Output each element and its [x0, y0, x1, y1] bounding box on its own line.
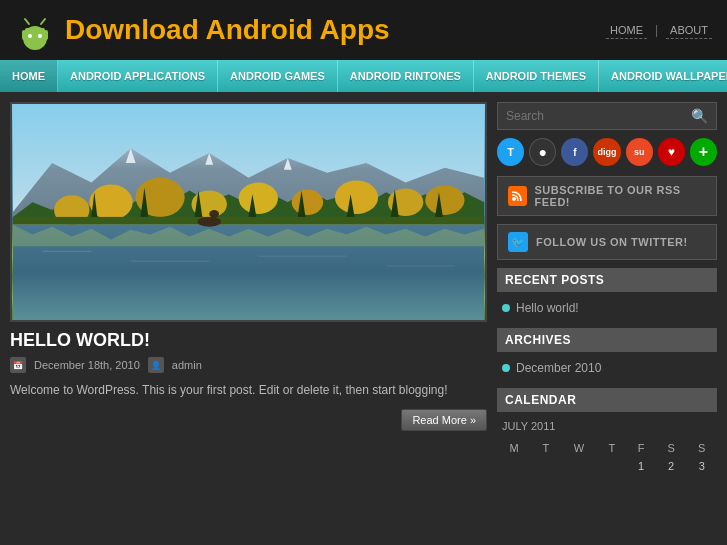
twitter-follow-bar[interactable]: 🐦 FOLLOW US ON TWITTER!: [497, 224, 717, 260]
svg-point-24: [425, 185, 464, 214]
twitter-follow-text: FOLLOW US ON TWITTER!: [536, 236, 688, 248]
bullet-icon: [502, 364, 510, 372]
post-author: admin: [172, 359, 202, 371]
stumbleupon-social-icon[interactable]: su: [626, 138, 653, 166]
svg-line-4: [25, 19, 29, 24]
cal-day-header-f: F: [627, 439, 656, 457]
rss-subscribe-bar[interactable]: SUBSCRIBE TO OUR RSS FEED!: [497, 176, 717, 216]
rss-subscribe-text: SUBSCRIBE TO OUR RSS FEED!: [535, 184, 706, 208]
post-excerpt: Welcome to WordPress. This is your first…: [10, 381, 487, 399]
content-wrapper: HELLO WORLD! 📅 December 18th, 2010 👤 adm…: [0, 92, 727, 495]
svg-rect-6: [22, 30, 26, 40]
recent-posts-section: RECENT POSTS Hello world!: [497, 268, 717, 318]
read-more-button[interactable]: Read More »: [401, 409, 487, 431]
svg-line-5: [41, 19, 45, 24]
calendar-month: JULY 2011: [497, 418, 717, 434]
svg-rect-37: [207, 217, 211, 225]
cal-cell: 1: [627, 457, 656, 475]
svg-point-3: [38, 34, 42, 38]
nav-android-wallpaper[interactable]: ANDROID WALLPAPER: [599, 60, 727, 92]
cal-cell: [497, 457, 531, 475]
nav-android-games[interactable]: ANDROID GAMES: [218, 60, 338, 92]
svg-rect-9: [38, 40, 42, 47]
svg-point-22: [335, 181, 378, 214]
search-icon[interactable]: 🔍: [691, 108, 708, 124]
post-meta: 📅 December 18th, 2010 👤 admin: [10, 357, 487, 373]
main-nav: HOME ANDROID APPLICATIONS ANDROID GAMES …: [0, 60, 727, 92]
post-date: December 18th, 2010: [34, 359, 140, 371]
cal-day-header-t1: T: [531, 439, 560, 457]
dark-social-icon[interactable]: ●: [529, 138, 556, 166]
post-title: HELLO WORLD!: [10, 330, 487, 351]
cal-cell: 3: [686, 457, 717, 475]
svg-point-2: [28, 34, 32, 38]
recent-post-link[interactable]: Hello world!: [516, 301, 579, 315]
site-header: Download Android Apps HOME | ABOUT: [0, 0, 727, 60]
list-item: Hello world!: [497, 298, 717, 318]
svg-rect-1: [25, 28, 45, 43]
svg-point-43: [512, 197, 516, 201]
svg-point-20: [239, 183, 278, 214]
hero-image: [10, 102, 487, 322]
header-nav: HOME | ABOUT: [606, 22, 712, 39]
calendar-section: CALENDAR JULY 2011 M T W T F S S: [497, 388, 717, 475]
cal-day-header-s1: S: [656, 439, 687, 457]
header-home-link[interactable]: HOME: [606, 22, 647, 39]
bullet-icon: [502, 304, 510, 312]
cal-cell: [561, 457, 598, 475]
site-title-area: Download Android Apps: [15, 10, 390, 50]
nav-separator: |: [655, 23, 658, 37]
facebook-social-icon[interactable]: f: [561, 138, 588, 166]
nav-home[interactable]: HOME: [0, 60, 58, 92]
svg-rect-7: [44, 30, 48, 40]
sidebar: 🔍 T ● f digg su ♥ + SUBSCRIBE TO OUR RSS…: [497, 102, 717, 485]
list-item: December 2010: [497, 358, 717, 378]
svg-point-38: [209, 210, 219, 218]
header-about-link[interactable]: ABOUT: [666, 22, 712, 39]
twitter-social-icon[interactable]: T: [497, 138, 524, 166]
author-meta-icon: 👤: [148, 357, 164, 373]
recent-posts-header: RECENT POSTS: [497, 268, 717, 292]
digg-social-icon[interactable]: digg: [593, 138, 620, 166]
main-column: HELLO WORLD! 📅 December 18th, 2010 👤 adm…: [10, 102, 487, 485]
cal-cell: 2: [656, 457, 687, 475]
search-input[interactable]: [506, 109, 691, 123]
calendar-table: M T W T F S S 1: [497, 439, 717, 475]
calendar-meta-icon: 📅: [10, 357, 26, 373]
nav-android-applications[interactable]: ANDROID APPLICATIONS: [58, 60, 218, 92]
svg-point-21: [292, 189, 323, 215]
twitter-bar-icon: 🐦: [508, 232, 528, 252]
cal-cell: [597, 457, 626, 475]
calendar-header: CALENDAR: [497, 388, 717, 412]
search-box: 🔍: [497, 102, 717, 130]
other-red-social-icon[interactable]: ♥: [658, 138, 685, 166]
svg-rect-33: [13, 217, 484, 225]
cal-day-header-w: W: [561, 439, 598, 457]
table-row: 1 2 3: [497, 457, 717, 475]
archives-section: ARCHIVES December 2010: [497, 328, 717, 378]
site-title: Download Android Apps: [65, 14, 390, 46]
archives-header: ARCHIVES: [497, 328, 717, 352]
nav-android-rintones[interactable]: ANDROID RINTONES: [338, 60, 474, 92]
cal-day-header-m: M: [497, 439, 531, 457]
social-icons-row: T ● f digg su ♥ +: [497, 138, 717, 166]
cal-day-header-t2: T: [597, 439, 626, 457]
android-logo-icon: [15, 10, 55, 50]
nav-android-themes[interactable]: ANDROID THEMES: [474, 60, 599, 92]
svg-rect-8: [28, 40, 32, 47]
archive-link[interactable]: December 2010: [516, 361, 601, 375]
cal-day-header-s2: S: [686, 439, 717, 457]
cal-cell: [531, 457, 560, 475]
green-plus-social-icon[interactable]: +: [690, 138, 717, 166]
rss-icon: [508, 186, 527, 206]
